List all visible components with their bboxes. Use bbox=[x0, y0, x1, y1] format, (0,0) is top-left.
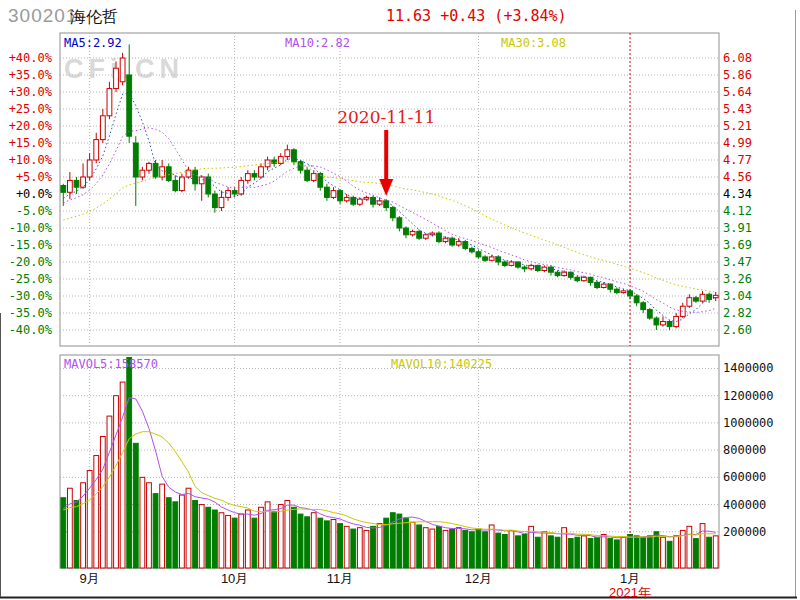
pct-axis-label: -30.0% bbox=[2, 290, 52, 302]
pct-axis-label: -35.0% bbox=[2, 307, 52, 319]
pct-axis-label: +35.0% bbox=[2, 69, 52, 81]
price-axis-label: 5.43 bbox=[723, 103, 752, 115]
month-axis-label: 1月 bbox=[608, 570, 652, 588]
ma5-label: MA5:2.92 bbox=[64, 36, 122, 50]
ma30-label: MA30:3.08 bbox=[501, 36, 566, 50]
volume-axis-label: 600000 bbox=[723, 471, 766, 483]
price-axis-label: 3.47 bbox=[723, 256, 752, 268]
pct-axis-label: -15.0% bbox=[2, 239, 52, 251]
pct-axis-label: +25.0% bbox=[2, 103, 52, 115]
price-axis-label: 4.34 bbox=[723, 188, 752, 200]
price-axis-label: 4.99 bbox=[723, 137, 752, 149]
candlestick-volume-chart bbox=[0, 0, 800, 600]
month-axis-label: 11月 bbox=[318, 570, 362, 588]
event-date-annotation: 2020-11-11 bbox=[316, 107, 456, 127]
price-axis-label: 2.82 bbox=[723, 307, 752, 319]
price-axis-label: 4.77 bbox=[723, 154, 752, 166]
pct-axis-label: +5.0% bbox=[2, 171, 52, 183]
price-axis-label: 4.12 bbox=[723, 205, 752, 217]
mavol5-label: MAVOL5:158570 bbox=[64, 357, 158, 371]
pct-axis-label: -20.0% bbox=[2, 256, 52, 268]
pct-axis-label: -10.0% bbox=[2, 222, 52, 234]
stock-chart-screen: 300201 海伦哲 11.63 +0.43 (+3.84%) CFi.CN M… bbox=[0, 0, 800, 600]
price-axis-label: 5.21 bbox=[723, 120, 752, 132]
price-axis-label: 5.64 bbox=[723, 86, 752, 98]
ma10-label: MA10:2.82 bbox=[285, 36, 350, 50]
month-axis-label: 9月 bbox=[68, 570, 112, 588]
pct-axis-label: -25.0% bbox=[2, 273, 52, 285]
volume-axis-label: 800000 bbox=[723, 444, 766, 456]
price-axis-label: 6.08 bbox=[723, 52, 752, 64]
month-axis-label: 12月 bbox=[456, 570, 500, 588]
price-axis-label: 3.91 bbox=[723, 222, 752, 234]
pct-axis-label: +10.0% bbox=[2, 154, 52, 166]
volume-axis-label: 200000 bbox=[723, 526, 766, 538]
pct-axis-label: +0.0% bbox=[2, 188, 52, 200]
price-axis-label: 5.86 bbox=[723, 69, 752, 81]
pct-axis-label: +40.0% bbox=[2, 52, 52, 64]
price-axis-label: 2.60 bbox=[723, 324, 752, 336]
price-axis-label: 4.56 bbox=[723, 171, 752, 183]
pct-axis-label: +20.0% bbox=[2, 120, 52, 132]
pct-axis-label: +15.0% bbox=[2, 137, 52, 149]
pct-axis-label: -5.0% bbox=[2, 205, 52, 217]
volume-axis-label: 1200000 bbox=[723, 390, 774, 402]
volume-axis-label: 400000 bbox=[723, 499, 766, 511]
volume-axis-label: 1000000 bbox=[723, 417, 774, 429]
price-axis-label: 3.69 bbox=[723, 239, 752, 251]
mavol10-label: MAVOL10:140225 bbox=[391, 357, 492, 371]
month-axis-label: 10月 bbox=[213, 570, 257, 588]
pct-axis-label: -40.0% bbox=[2, 324, 52, 336]
pct-axis-label: +30.0% bbox=[2, 86, 52, 98]
price-axis-label: 3.04 bbox=[723, 290, 752, 302]
volume-axis-label: 1400000 bbox=[723, 362, 774, 374]
price-axis-label: 3.26 bbox=[723, 273, 752, 285]
